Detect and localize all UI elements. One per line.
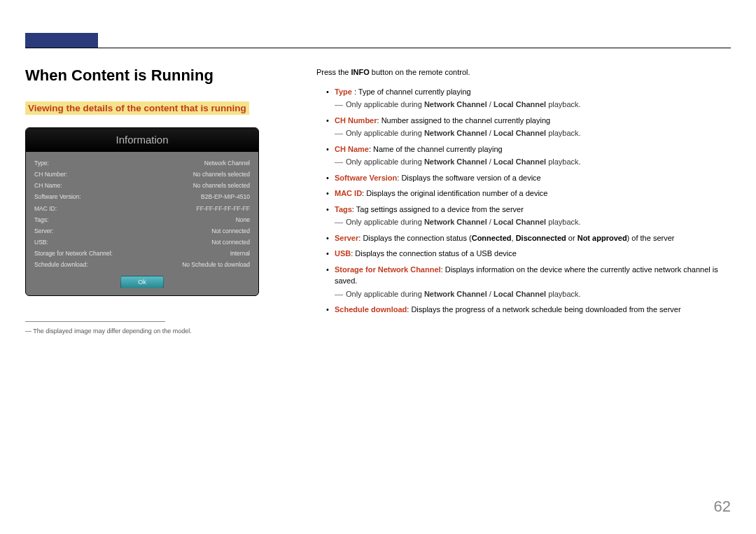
info-row: Storage for Network Channel:Internal xyxy=(34,248,250,259)
list-item: Software Version: Displays the software … xyxy=(326,172,731,184)
applicability-note: Only applicable during Network Channel /… xyxy=(335,288,731,300)
page-number: 62 xyxy=(714,498,731,516)
applicability-note: Only applicable during Network Channel /… xyxy=(335,127,731,139)
list-item: CH Number: Number assigned to the channe… xyxy=(326,115,731,139)
info-row: Software Version:B2B-EP-MIP-4510 xyxy=(34,191,250,202)
list-item: Schedule download: Displays the progress… xyxy=(326,304,731,316)
list-item: Tags: Tag settings assigned to a device … xyxy=(326,204,731,228)
header-rule xyxy=(25,48,731,48)
ok-button[interactable]: Ok xyxy=(120,276,164,288)
section-subheading: Viewing the details of the content that … xyxy=(25,101,249,115)
info-row: CH Number:No channels selected xyxy=(34,169,250,180)
list-item: MAC ID: Displays the original identifica… xyxy=(326,188,731,199)
page-heading: When Content is Running xyxy=(25,66,305,85)
applicability-note: Only applicable during Network Channel /… xyxy=(335,156,731,168)
dialog-body: Type:Network Channel CH Number:No channe… xyxy=(26,152,258,274)
applicability-note: Only applicable during Network Channel /… xyxy=(335,216,731,228)
info-row: Tags:None xyxy=(34,214,250,225)
info-row: USB:Not connected xyxy=(34,237,250,248)
footnote-rule xyxy=(25,321,165,322)
intro-text: Press the INFO button on the remote cont… xyxy=(316,66,731,79)
info-row: Server:Not connected xyxy=(34,225,250,237)
list-item: CH Name: Name of the channel currently p… xyxy=(326,143,731,168)
applicability-note: Only applicable during Network Channel /… xyxy=(335,99,731,111)
info-row: Schedule download:No Schedule to downloa… xyxy=(34,259,250,270)
list-item: USB: Displays the connection status of a… xyxy=(326,248,731,260)
header-accent-box xyxy=(25,33,98,48)
list-item: Type : Type of channel currently playing… xyxy=(326,86,731,111)
list-item: Server: Displays the connection status (… xyxy=(326,232,731,244)
footnote-text: The displayed image may differ depending… xyxy=(25,328,305,335)
info-row: MAC ID:FF-FF-FF-FF-FF-FF xyxy=(34,203,250,214)
list-item: Storage for Network Channel: Displays in… xyxy=(326,264,731,300)
dialog-title: Information xyxy=(26,128,258,152)
information-dialog: Information Type:Network Channel CH Numb… xyxy=(25,127,259,296)
info-row: CH Name:No channels selected xyxy=(34,180,250,191)
details-list: Type : Type of channel currently playing… xyxy=(316,86,731,316)
info-row: Type:Network Channel xyxy=(34,157,250,169)
